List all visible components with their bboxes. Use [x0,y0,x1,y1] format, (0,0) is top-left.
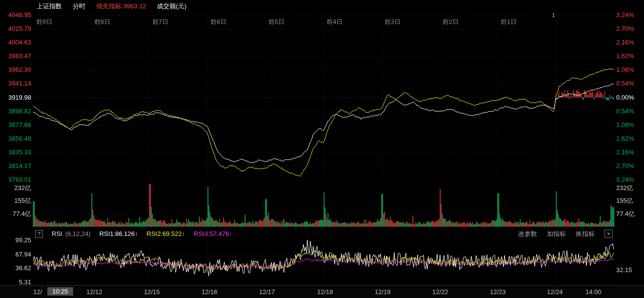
day-label: 前7日 [152,18,168,26]
help-icon[interactable]: ? [35,230,43,238]
pct-axis-label: 1.62% [616,52,634,60]
add-indicator-button[interactable]: 加指标 [547,230,566,238]
symbol-name[interactable]: 上证指数 [37,2,62,11]
day-label: 前8日 [94,18,110,26]
price-axis-label: 3941.14 [0,80,31,87]
time-label: 12/12 [86,288,102,296]
time-label: 12/19 [375,288,391,296]
time-label: 12/17 [259,288,275,296]
pct-axis-label: 3.24% [616,176,634,184]
rsi-toolbar: 改参数 加指标 换指标 × [518,230,644,238]
time-label: 14:00 [585,288,602,296]
rsi-current-value: 32.15 [616,266,632,274]
close-indicator-button[interactable]: × [604,230,613,238]
price-axis-label: 4025.79 [0,25,31,33]
rsi2-value: RSI2:69.522↑ [147,230,185,237]
volume-axis-label: 77.4亿 [616,210,635,218]
price-axis-label: 3983.47 [0,52,31,60]
time-label: 12/24 [547,288,563,296]
day-label: 前3日 [384,18,401,26]
price-axis-label: 4004.63 [0,39,31,46]
pct-axis-label: 0.00% [616,94,634,102]
crosshair-time-badge: 10:25 [47,287,73,296]
rsi-indicator-header: ? RSI (6,12,24) RSI1:86.126↑ RSI2:69.522… [0,229,644,239]
price-axis-label: 3835.33 [0,149,31,156]
time-axis: 12/10:2512/1212/1512/1612/1712/1812/1912… [0,285,644,298]
rsi-axis-label: 67.94 [0,251,31,258]
switch-indicator-button[interactable]: 换指标 [576,230,595,238]
tab-minute-chart[interactable]: 分时 [73,2,85,11]
change-params-button[interactable]: 改参数 [518,230,537,238]
rsi-axis-label: 36.62 [0,264,31,272]
volume-axis-label: 232亿 [616,184,633,192]
pct-axis-label: 2.16% [616,149,634,156]
price-axis-label: 3856.49 [0,135,31,143]
time-label: 12/22 [432,288,448,296]
pct-axis-label: 0.54% [616,107,634,115]
stock-trading-app: 上证指数 分时 领先指标:3963.12 成交额(元) ↕ ? RSI (6,1… [0,0,644,298]
price-axis-label: 3877.66 [0,121,31,129]
rsi-axis-label: 99.25 [0,236,31,244]
pct-axis-label: 2.70% [616,162,634,170]
topbar: 上证指数 分时 领先指标:3963.12 成交额(元) [0,0,644,12]
rsi-chart-area[interactable] [33,239,614,284]
volume-axis-label: 77.4亿 [0,210,31,218]
day-label: 前4日 [326,18,342,26]
rsi3-value: RSI3:57.476↑ [194,230,232,237]
price-axis-label: 4046.95 [0,11,31,19]
day-label: 前5日 [268,18,284,26]
pct-axis-label: 1.08% [616,66,634,74]
time-label: 12/ [33,288,42,296]
price-axis-label: 3814.17 [0,162,31,170]
time-label: 12/23 [490,288,506,296]
pct-axis-label: 1.62% [616,135,634,143]
day-label: 前1日 [501,18,517,26]
rsi-params: (6,12,24) [65,230,91,237]
leading-indicator-value: 领先指标:3963.12 [96,2,146,11]
price-axis-label: 3919.98 [0,94,31,102]
time-label: 12/16 [201,288,218,296]
pct-axis-label: 1.08% [616,121,634,129]
volume-axis-label: 232亿 [0,184,31,192]
time-label: 12/18 [317,288,333,296]
rsi-title: RSI [52,230,62,237]
day-label: 前6日 [210,18,226,26]
rsi-axis-label: 5.31 [0,278,31,286]
volume-chart-area[interactable] [33,183,614,229]
volume-axis-label: 155亿 [616,197,633,205]
resize-vertical-icon[interactable]: ↕ [552,11,555,19]
volume-axis-label: 155亿 [0,197,31,205]
pct-axis-label: 2.16% [616,39,634,46]
time-label: 12/15 [144,288,160,296]
day-label: 前9日 [36,18,52,26]
pct-axis-label: 0.54% [616,80,634,87]
turnover-label: 成交额(元) [157,2,187,11]
pct-axis-label: 2.70% [616,25,634,33]
day-label: 前2日 [443,18,459,26]
price-axis-label: 3793.01 [0,176,31,184]
price-chart-area[interactable] [33,12,614,183]
price-axis-label: 3962.30 [0,66,31,74]
rsi1-value: RSI1:86.126↑ [100,230,138,237]
pct-axis-label: 3.24% [616,11,634,19]
price-axis-label: 3898.82 [0,107,31,115]
